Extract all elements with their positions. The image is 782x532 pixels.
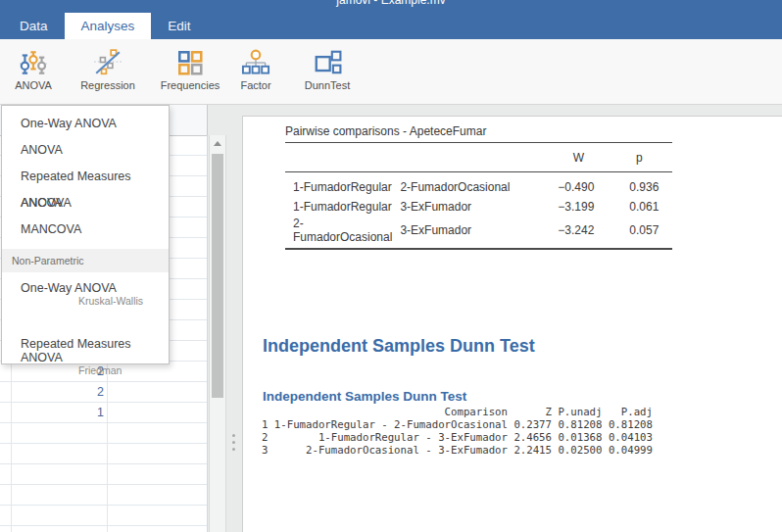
group-1-cell: 1-FumadorRegular xyxy=(285,197,392,217)
regression-icon xyxy=(93,48,122,77)
group-2-cell: 3-ExFumador xyxy=(392,197,551,217)
menu-item-one-way-anova[interactable]: One-Way ANOVA xyxy=(2,111,169,137)
menu-item-friedman[interactable]: Repeated Measures ANOVA Friedman xyxy=(2,328,169,375)
menu-item-sublabel: Kruskal-Wallis xyxy=(78,295,169,308)
column-header xyxy=(392,143,551,172)
menu-item-ancova[interactable]: ANCOVA xyxy=(2,190,169,217)
group-2-cell: 3-ExFumador xyxy=(392,217,551,249)
anova-icon xyxy=(19,48,48,77)
column-header-w: W xyxy=(551,143,606,172)
scrollbar-up-arrow-icon[interactable] xyxy=(210,135,225,152)
table-row: 1-FumadorRegular 2-FumadorOcasional −0.4… xyxy=(285,172,672,198)
anova-dropdown-menu: One-Way ANOVA ANOVA Repeated Measures AN… xyxy=(1,105,170,364)
results-top-margin xyxy=(242,105,782,116)
table-header-row: W p xyxy=(285,143,672,172)
factor-icon xyxy=(241,48,270,77)
anova-button[interactable]: ANOVA xyxy=(6,48,61,91)
group-2-cell: 2-FumadorOcasional xyxy=(392,172,551,198)
menu-item-sublabel: Friedman xyxy=(78,364,169,377)
frequencies-button-label: Frequencies xyxy=(161,79,220,91)
dunn-test-subheading: Independent Samples Dunn Test xyxy=(263,389,466,404)
panel-splitter-handle[interactable] xyxy=(230,434,236,451)
pairwise-table-title: Pairwise comparisons - ApeteceFumar xyxy=(285,124,486,138)
window-title: jamovi - Example.mv xyxy=(0,0,782,7)
tab-analyses[interactable]: Analyses xyxy=(65,13,152,39)
results-panel: Pairwise comparisons - ApeteceFumar W p … xyxy=(242,116,782,532)
table-row: 1-FumadorRegular 3-ExFumador −3.199 0.06… xyxy=(285,197,672,217)
dunntest-button-label: DunnTest xyxy=(305,79,350,91)
factor-button-label: Factor xyxy=(240,79,270,91)
factor-button[interactable]: Factor xyxy=(229,48,282,91)
w-value-cell: −3.242 xyxy=(551,217,606,249)
table-row: 2-FumadorOcasional 3-ExFumador −3.242 0.… xyxy=(285,217,672,249)
menu-item-repeated-measures-anova[interactable]: Repeated Measures ANOVA xyxy=(2,164,169,190)
anova-button-label: ANOVA xyxy=(15,79,52,91)
menu-item-anova[interactable]: ANOVA xyxy=(2,137,169,164)
frequencies-button[interactable]: Frequencies xyxy=(151,48,229,91)
menu-item-mancova[interactable]: MANCOVA xyxy=(2,217,169,243)
dunntest-button[interactable]: DunnTest xyxy=(288,48,367,91)
p-value-cell: 0.057 xyxy=(606,217,672,249)
menu-item-label: One-Way ANOVA xyxy=(21,281,169,295)
spreadsheet-vertical-scrollbar[interactable] xyxy=(209,135,226,532)
scrollbar-thumb[interactable] xyxy=(212,154,223,398)
w-value-cell: −3.199 xyxy=(551,197,606,217)
frequencies-icon xyxy=(175,48,205,77)
menu-item-label: Repeated Measures ANOVA xyxy=(21,337,169,364)
menu-item-kruskal-wallis[interactable]: One-Way ANOVA Kruskal-Wallis xyxy=(2,272,169,328)
column-header xyxy=(285,143,392,172)
p-value-cell: 0.936 xyxy=(606,172,672,198)
title-bar: jamovi - Example.mv Data Analyses Edit xyxy=(0,0,782,39)
jamovi-window: jamovi - Example.mv Data Analyses Edit xyxy=(0,0,782,532)
group-1-cell: 2-FumadorOcasional xyxy=(285,217,392,249)
grid-cell-value[interactable]: 2 xyxy=(12,382,104,403)
group-1-cell: 1-FumadorRegular xyxy=(285,172,392,198)
dunn-test-output: Comparison Z P.unadj P.adj 1 1-FumadorRe… xyxy=(262,406,653,457)
dunn-test-heading: Independent Samples Dunn Test xyxy=(263,336,535,357)
regression-button[interactable]: Regression xyxy=(71,48,145,91)
p-value-cell: 0.061 xyxy=(606,197,672,217)
grid-cell-value[interactable]: 1 xyxy=(12,403,104,423)
w-value-cell: −0.490 xyxy=(551,172,606,198)
tab-edit[interactable]: Edit xyxy=(151,13,207,39)
pairwise-comparisons-table: W p 1-FumadorRegular 2-FumadorOcasional … xyxy=(285,142,672,250)
menu-section-non-parametric: Non-Parametric xyxy=(2,249,169,272)
ribbon-tabs: Data Analyses Edit xyxy=(3,13,208,39)
analyses-ribbon: ANOVA Regression xyxy=(0,39,782,105)
tab-data[interactable]: Data xyxy=(3,13,65,39)
dunntest-icon xyxy=(313,48,342,77)
regression-button-label: Regression xyxy=(80,79,135,91)
column-header-p: p xyxy=(606,143,672,172)
